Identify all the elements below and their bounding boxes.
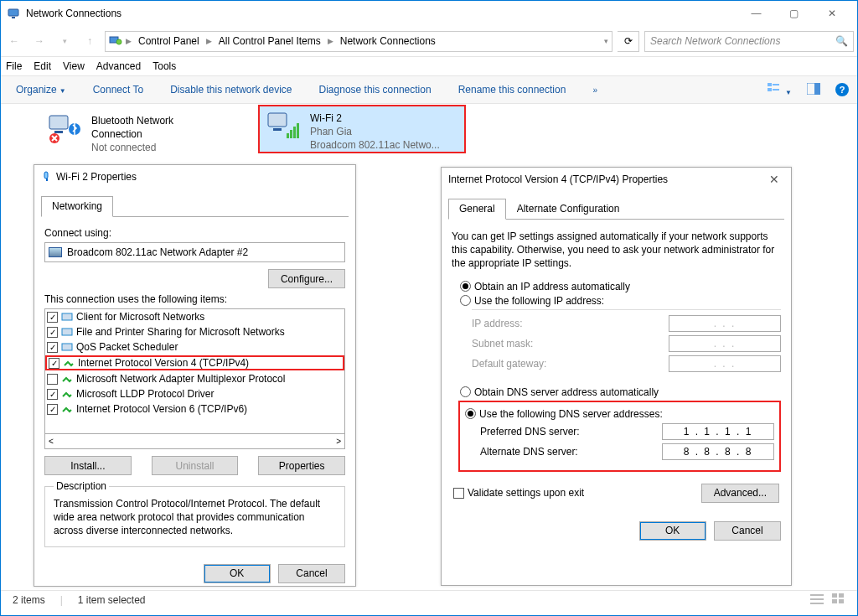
dialog-close-button[interactable]: ✕	[764, 173, 784, 186]
connection-status: Not connected	[91, 141, 173, 154]
svg-rect-7	[773, 89, 779, 91]
svg-rect-0	[8, 9, 18, 16]
item-properties-button[interactable]: Properties	[258, 456, 345, 475]
validate-checkbox[interactable]: Validate settings upon exit	[453, 487, 584, 499]
list-item-ipv4[interactable]: ✓Internet Protocol Version 4 (TCP/IPv4)	[45, 355, 344, 370]
connection-wifi2[interactable]: Wi-Fi 2 Phan Gia Broadcom 802.11ac Netwo…	[258, 105, 466, 153]
svg-rect-16	[287, 133, 289, 138]
status-bar: 2 items | 1 item selected	[1, 590, 857, 609]
radio-ip-manual[interactable]: Use the following IP address:	[460, 295, 781, 307]
menu-advanced[interactable]: Advanced	[96, 60, 141, 72]
checkbox[interactable]	[47, 374, 58, 385]
status-item-count: 2 items	[13, 594, 45, 606]
connection-items-list[interactable]: ✓Client for Microsoft Networks ✓File and…	[44, 308, 345, 434]
refresh-button[interactable]: ⟳	[618, 31, 639, 52]
svg-rect-21	[46, 179, 48, 181]
help-icon[interactable]: ?	[835, 83, 849, 96]
subnet-label: Subnet mask:	[472, 338, 669, 349]
list-item[interactable]: Microsoft Network Adapter Multiplexor Pr…	[45, 371, 344, 386]
radio-ip-auto[interactable]: Obtain an IP address automatically	[460, 281, 781, 292]
radio-dns-manual[interactable]: Use the following DNS server addresses:	[465, 408, 774, 420]
breadcrumb[interactable]: ▶ Control Panel ▶ All Control Panel Item…	[105, 31, 612, 52]
close-button[interactable]: ✕	[813, 1, 850, 26]
nav-recent-icon[interactable]: ▾	[54, 31, 75, 51]
alt-dns-input[interactable]: 8 . 8 . 8 . 8	[662, 443, 774, 460]
radio-icon	[460, 281, 471, 292]
cmd-disable-device[interactable]: Disable this network device	[170, 84, 292, 96]
list-item[interactable]: ✓File and Printer Sharing for Microsoft …	[45, 324, 344, 339]
svg-rect-14	[268, 113, 287, 127]
connection-bluetooth[interactable]: Bluetooth Network Connection Not connect…	[41, 109, 245, 160]
cmd-rename[interactable]: Rename this connection	[458, 84, 566, 96]
svg-rect-31	[839, 599, 844, 603]
minimize-button[interactable]: —	[737, 1, 775, 26]
install-button[interactable]: Install...	[44, 456, 132, 475]
menu-file[interactable]: File	[6, 60, 22, 72]
cmd-connect-to[interactable]: Connect To	[93, 84, 144, 96]
window-title: Network Connections	[26, 8, 737, 19]
radio-icon	[465, 408, 476, 419]
chevron-down-icon[interactable]: ▾	[604, 37, 608, 45]
preview-pane-icon[interactable]	[807, 83, 820, 97]
crumb-all-items[interactable]: All Control Panel Items	[215, 35, 324, 47]
uninstall-button: Uninstall	[152, 456, 239, 475]
gateway-label: Default gateway:	[472, 358, 669, 370]
ok-button[interactable]: OK	[639, 521, 706, 541]
radio-dns-auto[interactable]: Obtain DNS server address automatically	[460, 386, 781, 398]
tab-general[interactable]: General	[448, 199, 506, 220]
advanced-button[interactable]: Advanced...	[701, 484, 779, 503]
checkbox[interactable]: ✓	[47, 342, 58, 353]
svg-rect-27	[810, 603, 824, 604]
radio-icon	[460, 295, 471, 306]
list-item[interactable]: ✓Client for Microsoft Networks	[45, 309, 344, 324]
nav-up-icon[interactable]: ↑	[80, 31, 100, 51]
cmd-overflow[interactable]: »	[592, 85, 597, 95]
crumb-network-connections[interactable]: Network Connections	[337, 35, 439, 47]
adapter-field[interactable]: Broadcom 802.11ac Network Adapter #2	[44, 242, 345, 262]
search-placeholder: Search Network Connections	[650, 35, 835, 47]
checkbox[interactable]: ✓	[47, 404, 58, 415]
menu-tools[interactable]: Tools	[152, 60, 176, 72]
menu-edit[interactable]: Edit	[34, 60, 51, 72]
svg-rect-23	[62, 329, 72, 335]
menu-view[interactable]: View	[63, 60, 85, 72]
checkbox[interactable]: ✓	[47, 389, 58, 400]
cancel-button[interactable]: Cancel	[714, 521, 781, 541]
svg-rect-10	[49, 116, 68, 129]
checkbox[interactable]: ✓	[47, 327, 58, 338]
configure-button[interactable]: Configure...	[268, 269, 345, 288]
tab-networking[interactable]: Networking	[41, 196, 113, 217]
svg-rect-22	[62, 313, 72, 320]
service-icon	[61, 341, 73, 353]
chevron-down-icon: ▼	[59, 87, 66, 95]
view-layout-icon[interactable]: ▼	[768, 83, 792, 97]
list-item[interactable]: ✓QoS Packet Scheduler	[45, 339, 344, 355]
horizontal-scrollbar[interactable]: <>	[44, 434, 345, 449]
dialog-titlebar: Internet Protocol Version 4 (TCP/IPv4) P…	[442, 168, 791, 191]
tab-alternate[interactable]: Alternate Configuration	[506, 199, 631, 220]
crumb-control-panel[interactable]: Control Panel	[135, 35, 203, 47]
cancel-button[interactable]: Cancel	[278, 564, 345, 583]
navbar: ← → ▾ ↑ ▶ Control Panel ▶ All Control Pa…	[1, 26, 857, 57]
checkbox[interactable]: ✓	[49, 358, 59, 369]
pref-dns-input[interactable]: 1 . 1 . 1 . 1	[662, 423, 774, 440]
gateway-input: . . .	[669, 355, 781, 372]
checkbox[interactable]: ✓	[47, 312, 58, 323]
maximize-button[interactable]: ▢	[775, 1, 813, 26]
cmd-organize[interactable]: Organize▼	[16, 84, 66, 96]
view-details-icon[interactable]	[810, 593, 824, 608]
search-icon: 🔍	[835, 35, 848, 47]
cmd-diagnose[interactable]: Diagnose this connection	[319, 84, 432, 96]
protocol-icon	[61, 403, 73, 415]
refresh-icon: ⟳	[624, 35, 633, 47]
adapter-name: Broadcom 802.11ac Network Adapter #2	[67, 246, 248, 258]
alt-dns-label: Alternate DNS server:	[480, 446, 662, 458]
list-item[interactable]: ✓Internet Protocol Version 6 (TCP/IPv6)	[45, 401, 344, 417]
list-item[interactable]: ✓Microsoft LLDP Protocol Driver	[45, 386, 344, 401]
wifi-props-tabs: Networking	[41, 195, 349, 217]
nav-back-icon[interactable]: ←	[4, 31, 24, 51]
ok-button[interactable]: OK	[204, 564, 271, 583]
nav-forward-icon[interactable]: →	[29, 31, 49, 51]
search-input[interactable]: Search Network Connections 🔍	[644, 31, 854, 52]
view-tiles-icon[interactable]	[832, 593, 845, 608]
